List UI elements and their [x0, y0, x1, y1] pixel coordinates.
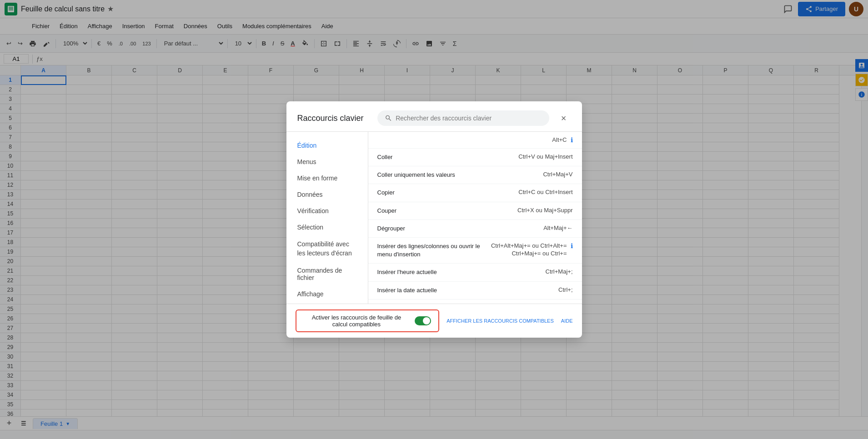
- shortcut-row-coller: Coller Ctrl+V ou Maj+Insert: [368, 149, 582, 166]
- toggle-label: Activer les raccourcis de feuille de cal…: [304, 314, 410, 328]
- sidebar-cat-commandes-fichier[interactable]: Commandes de fichier: [286, 262, 368, 286]
- toggle-switch[interactable]: [415, 316, 431, 325]
- keyboard-shortcuts-modal: Raccourcis clavier × Édition Menus Mise …: [286, 101, 582, 338]
- shortcut-row-couper: Couper Ctrl+X ou Maj+Suppr: [368, 202, 582, 220]
- modal-sidebar: Édition Menus Mise en forme Données Véri…: [286, 132, 368, 304]
- shortcut-key-couper: Ctrl+X ou Maj+Suppr: [517, 207, 572, 214]
- modal-header: Raccourcis clavier ×: [286, 101, 582, 132]
- toggle-area: Activer les raccourcis de feuille de cal…: [296, 309, 440, 332]
- sidebar-cat-selection[interactable]: Sélection: [286, 219, 368, 235]
- shortcut-row-coller-valeurs: Coller uniquement les valeurs Ctrl+Maj+V: [368, 166, 582, 184]
- shortcut-row-0: Alt+C ℹ: [368, 132, 582, 149]
- shortcut-row-inserer-lignes: Insérer des lignes/colonnes ou ouvrir le…: [368, 238, 582, 264]
- sidebar-cat-verification[interactable]: Vérification: [286, 203, 368, 219]
- shortcut-name-coller: Coller: [377, 153, 519, 161]
- shortcut-name-couper: Couper: [377, 207, 518, 215]
- shortcut-name-copier: Copier: [377, 189, 519, 197]
- sidebar-cat-compat-screen[interactable]: Compatibilité avec les lecteurs d'écran: [286, 235, 368, 262]
- shortcut-name-degrouper: Dégrouper: [377, 224, 544, 233]
- shortcut-name-heure: Insérer l'heure actuelle: [377, 268, 546, 276]
- sidebar-cat-mise-en-forme[interactable]: Mise en forme: [286, 170, 368, 186]
- info-icon-0[interactable]: ℹ: [571, 136, 573, 144]
- shortcut-name-inserer-lignes: Insérer des lignes/colonnes ou ouvrir le…: [377, 242, 491, 259]
- modal-search-container: [377, 110, 549, 126]
- shortcut-row-degrouper: Dégrouper Alt+Maj+←: [368, 220, 582, 238]
- modal-footer: Activer les raccourcis de feuille de cal…: [286, 304, 582, 338]
- help-link[interactable]: AIDE: [561, 318, 573, 324]
- shortcut-name-coller-valeurs: Coller uniquement les valeurs: [377, 171, 543, 179]
- shortcut-key-degrouper: Alt+Maj+←: [543, 224, 572, 231]
- shortcut-name-date: Insérer la date actuelle: [377, 286, 559, 294]
- toggle-knob: [423, 317, 430, 324]
- sidebar-cat-menus[interactable]: Menus: [286, 154, 368, 170]
- shortcut-key-0: Alt+C: [552, 136, 567, 143]
- info-icon-inserer[interactable]: ℹ: [571, 242, 573, 249]
- shortcut-key-coller: Ctrl+V ou Maj+Insert: [518, 153, 572, 160]
- search-input[interactable]: [396, 115, 542, 122]
- shortcut-row-copier: Copier Ctrl+C ou Ctrl+Insert: [368, 184, 582, 202]
- sidebar-cat-affichage[interactable]: Affichage: [286, 286, 368, 302]
- shortcut-row-heure: Insérer l'heure actuelle Ctrl+Maj+;: [368, 264, 582, 281]
- shortcut-row-date: Insérer la date actuelle Ctrl+;: [368, 282, 582, 299]
- shortcut-key-heure: Ctrl+Maj+;: [546, 268, 573, 275]
- modal-body: Édition Menus Mise en forme Données Véri…: [286, 132, 582, 304]
- modal-content: Alt+C ℹ Coller Ctrl+V ou Maj+Insert Coll…: [368, 132, 582, 304]
- shortcut-key-date: Ctrl+;: [558, 286, 572, 293]
- show-compatible-link[interactable]: AFFICHER LES RACCOURCIS COMPATIBLES: [447, 318, 554, 324]
- shortcut-key-copier: Ctrl+C ou Ctrl+Insert: [518, 189, 572, 195]
- sidebar-cat-donnees[interactable]: Données: [286, 186, 368, 203]
- search-icon: [385, 114, 392, 122]
- modal-close-button[interactable]: ×: [557, 111, 571, 125]
- shortcut-row-date-heure: Insérer la date et l'heure Ctrl+Alt+Maj+…: [368, 299, 582, 304]
- modal-overlay: Raccourcis clavier × Édition Menus Mise …: [0, 0, 868, 439]
- sidebar-cat-edition[interactable]: Édition: [286, 137, 368, 154]
- shortcut-key-inserer-lignes: Ctrl+Alt+Maj+= ou Ctrl+Alt+= Ctrl+Maj+= …: [491, 242, 567, 257]
- modal-title: Raccourcis clavier: [297, 114, 370, 123]
- shortcut-key-coller-valeurs: Ctrl+Maj+V: [543, 171, 572, 178]
